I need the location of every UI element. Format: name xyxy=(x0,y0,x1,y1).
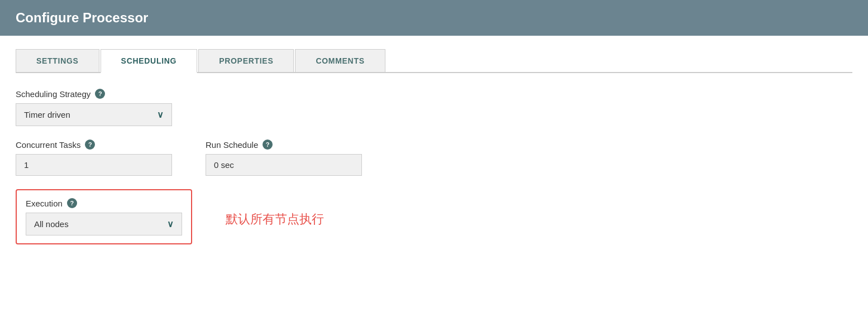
scheduling-strategy-value: Timer driven xyxy=(24,110,70,119)
scheduling-strategy-section: Scheduling Strategy ? Timer driven ∨ xyxy=(16,89,852,126)
dialog-title: Configure Processor xyxy=(16,10,148,25)
scheduling-strategy-select[interactable]: Timer driven ∨ xyxy=(16,103,172,126)
scheduling-strategy-label: Scheduling Strategy ? xyxy=(16,89,852,99)
concurrent-tasks-help-icon[interactable]: ? xyxy=(85,140,95,150)
execution-select[interactable]: All nodes ∨ xyxy=(26,213,182,235)
dialog-content: SETTINGS SCHEDULING PROPERTIES COMMENTS … xyxy=(0,36,868,262)
tab-scheduling[interactable]: SCHEDULING xyxy=(101,49,198,73)
execution-section-highlighted: Execution ? All nodes ∨ xyxy=(16,189,192,244)
execution-label: Execution ? xyxy=(26,198,182,208)
tab-properties[interactable]: PROPERTIES xyxy=(198,49,294,72)
concurrent-run-row: Concurrent Tasks ? 1 Run Schedule ? 0 se… xyxy=(16,140,852,176)
execution-value: All nodes xyxy=(34,219,69,229)
tab-comments[interactable]: COMMENTS xyxy=(295,49,385,72)
scheduling-strategy-chevron-icon: ∨ xyxy=(157,109,164,120)
dialog-header: Configure Processor xyxy=(0,0,868,36)
execution-annotation: 默认所有节点执行 xyxy=(226,211,324,228)
tab-settings[interactable]: SETTINGS xyxy=(16,49,99,72)
scheduling-strategy-help-icon[interactable]: ? xyxy=(95,89,105,99)
execution-row: Execution ? All nodes ∨ 默认所有节点执行 xyxy=(16,189,852,249)
tab-bar: SETTINGS SCHEDULING PROPERTIES COMMENTS xyxy=(16,49,852,73)
execution-help-icon[interactable]: ? xyxy=(67,198,77,208)
concurrent-tasks-section: Concurrent Tasks ? 1 xyxy=(16,140,172,176)
concurrent-tasks-label: Concurrent Tasks ? xyxy=(16,140,172,150)
concurrent-tasks-input[interactable]: 1 xyxy=(16,154,172,176)
run-schedule-label: Run Schedule ? xyxy=(206,140,362,150)
run-schedule-section: Run Schedule ? 0 sec xyxy=(206,140,362,176)
run-schedule-input[interactable]: 0 sec xyxy=(206,154,362,176)
execution-chevron-icon: ∨ xyxy=(167,219,174,229)
run-schedule-help-icon[interactable]: ? xyxy=(263,140,273,150)
